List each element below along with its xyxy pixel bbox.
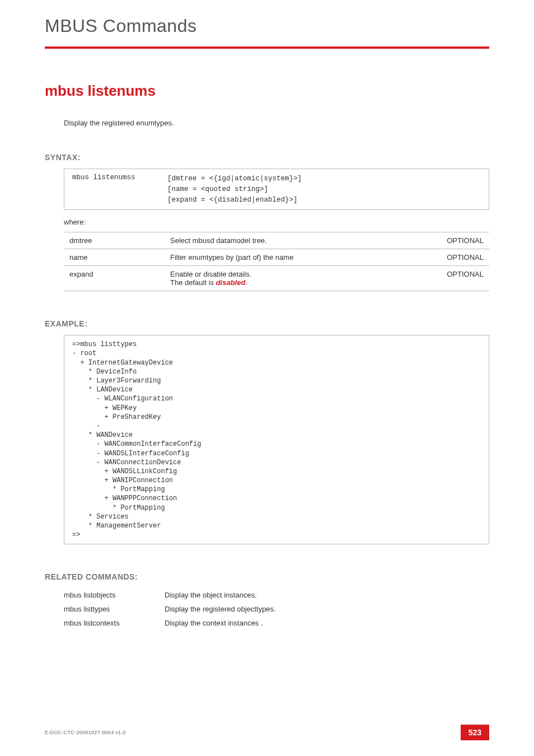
- param-desc-emphasis: disabled: [216, 278, 246, 287]
- param-desc: Enable or disable details. The default i…: [165, 266, 428, 291]
- param-name: dmtree: [64, 232, 165, 249]
- header-rule: [45, 46, 489, 49]
- param-desc-suffix: .: [245, 278, 247, 287]
- example-output: =>mbus listtypes - root + InternetGatewa…: [64, 335, 489, 544]
- related-command-name: mbus listcontexts: [64, 616, 165, 630]
- example-heading: EXAMPLE:: [45, 319, 489, 328]
- param-name: name: [64, 249, 165, 266]
- related-command-name: mbus listtypes: [64, 602, 165, 616]
- related-command-desc: Display the registered objecttypes.: [165, 602, 276, 616]
- table-row: name Filter enumtypes by (part of) the n…: [64, 249, 489, 266]
- chapter-title: MBUS Commands: [45, 16, 489, 36]
- param-name: expand: [64, 266, 165, 291]
- param-optional: OPTIONAL: [428, 249, 489, 266]
- command-title: mbus listenums: [45, 82, 489, 100]
- syntax-args: [dmtree = <{igd|atomic|system}>] [name =…: [167, 174, 302, 205]
- related-heading: RELATED COMMANDS:: [45, 572, 489, 581]
- table-row: mbus listobjects Display the object inst…: [64, 588, 276, 602]
- table-row: mbus listtypes Display the registered ob…: [64, 602, 276, 616]
- syntax-command: mbus listenumss: [72, 174, 167, 205]
- doc-id: E-DOC-CTC-20061027-0004 v1.0: [45, 730, 125, 735]
- page-footer: E-DOC-CTC-20061027-0004 v1.0 523: [45, 725, 489, 740]
- related-command-desc: Display the context instances .: [165, 616, 276, 630]
- related-commands-table: mbus listobjects Display the object inst…: [64, 588, 276, 630]
- syntax-heading: SYNTAX:: [45, 153, 489, 162]
- table-row: expand Enable or disable details. The de…: [64, 266, 489, 291]
- intro-text: Display the registered enumtypes.: [64, 119, 489, 127]
- table-row: dmtree Select mbusd datamodel tree. OPTI…: [64, 232, 489, 249]
- page-number: 523: [461, 725, 489, 740]
- syntax-box: mbus listenumss [dmtree = <{igd|atomic|s…: [64, 169, 489, 210]
- related-command-desc: Display the object instances.: [165, 588, 276, 602]
- param-desc: Filter enumtypes by (part of) the name: [165, 249, 428, 266]
- param-desc: Select mbusd datamodel tree.: [165, 232, 428, 249]
- param-optional: OPTIONAL: [428, 232, 489, 249]
- table-row: mbus listcontexts Display the context in…: [64, 616, 276, 630]
- where-label: where:: [64, 218, 489, 226]
- related-command-name: mbus listobjects: [64, 588, 165, 602]
- params-table: dmtree Select mbusd datamodel tree. OPTI…: [64, 232, 489, 291]
- param-optional: OPTIONAL: [428, 266, 489, 291]
